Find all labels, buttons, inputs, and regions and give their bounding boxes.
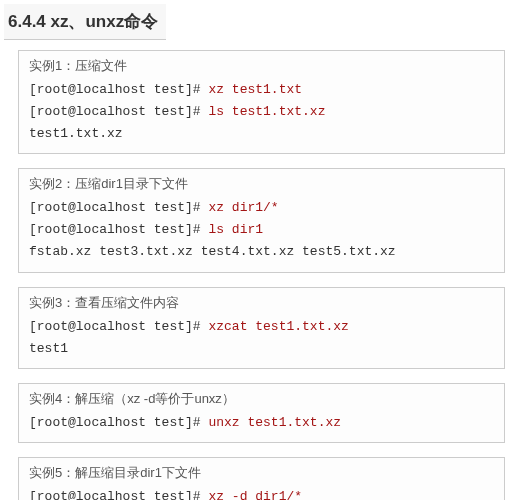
code-line: [root@localhost test]# xz -d dir1/* (29, 486, 494, 500)
shell-command: xz dir1/* (208, 200, 278, 215)
shell-command: xzcat test1.txt.xz (208, 319, 348, 334)
shell-command: xz test1.txt (208, 82, 302, 97)
shell-prompt: [root@localhost test]# (29, 319, 208, 334)
example-title: 实例2：压缩dir1目录下文件 (29, 175, 494, 193)
example-block: 实例4：解压缩（xz -d等价于unxz） [root@localhost te… (18, 383, 505, 443)
shell-command: unxz test1.txt.xz (208, 415, 341, 430)
example-block: 实例1：压缩文件 [root@localhost test]# xz test1… (18, 50, 505, 154)
output-line: test1 (29, 338, 494, 360)
example-block: 实例2：压缩dir1目录下文件 [root@localhost test]# x… (18, 168, 505, 272)
section-heading: 6.4.4 xz、unxz命令 (4, 4, 166, 40)
code-line: [root@localhost test]# ls dir1 (29, 219, 494, 241)
shell-prompt: [root@localhost test]# (29, 104, 208, 119)
example-title: 实例4：解压缩（xz -d等价于unxz） (29, 390, 494, 408)
shell-prompt: [root@localhost test]# (29, 200, 208, 215)
shell-command: ls test1.txt.xz (208, 104, 325, 119)
output-line: fstab.xz test3.txt.xz test4.txt.xz test5… (29, 241, 494, 263)
example-title: 实例5：解压缩目录dir1下文件 (29, 464, 494, 482)
code-line: [root@localhost test]# xzcat test1.txt.x… (29, 316, 494, 338)
example-block: 实例3：查看压缩文件内容 [root@localhost test]# xzca… (18, 287, 505, 369)
shell-prompt: [root@localhost test]# (29, 489, 208, 500)
examples-container: 实例1：压缩文件 [root@localhost test]# xz test1… (0, 50, 519, 500)
shell-prompt: [root@localhost test]# (29, 415, 208, 430)
example-title: 实例3：查看压缩文件内容 (29, 294, 494, 312)
example-block: 实例5：解压缩目录dir1下文件 [root@localhost test]# … (18, 457, 505, 500)
code-line: [root@localhost test]# ls test1.txt.xz (29, 101, 494, 123)
shell-command: xz -d dir1/* (208, 489, 302, 500)
code-line: [root@localhost test]# unxz test1.txt.xz (29, 412, 494, 434)
shell-command: ls dir1 (208, 222, 263, 237)
example-title: 实例1：压缩文件 (29, 57, 494, 75)
shell-prompt: [root@localhost test]# (29, 222, 208, 237)
output-line: test1.txt.xz (29, 123, 494, 145)
code-line: [root@localhost test]# xz test1.txt (29, 79, 494, 101)
shell-prompt: [root@localhost test]# (29, 82, 208, 97)
code-line: [root@localhost test]# xz dir1/* (29, 197, 494, 219)
